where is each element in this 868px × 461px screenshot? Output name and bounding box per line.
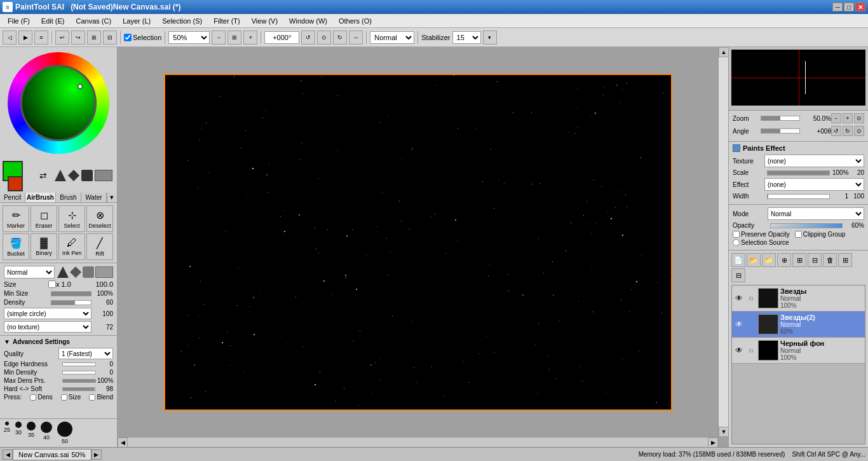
tool-select[interactable]: ⊹ Select bbox=[58, 205, 85, 232]
brush-mode-select[interactable]: Normal bbox=[4, 266, 55, 279]
menu-layer[interactable]: Layer (L) bbox=[118, 16, 156, 26]
width-bar[interactable] bbox=[767, 194, 830, 199]
selection-source-radio[interactable] bbox=[733, 239, 740, 246]
zoom-in[interactable]: + bbox=[243, 31, 257, 45]
tb-nav-2[interactable]: ▶ bbox=[18, 31, 32, 45]
min-size-bar[interactable] bbox=[51, 291, 92, 296]
scroll-left-button[interactable]: ◀ bbox=[118, 437, 128, 448]
title-bar-controls[interactable]: ─ □ ✕ bbox=[832, 3, 865, 11]
layer-1-lock[interactable]: □ bbox=[746, 293, 756, 303]
color-gradient[interactable] bbox=[20, 65, 97, 141]
canvas-scroll-vertical[interactable]: ▲ ▼ bbox=[718, 47, 728, 437]
new-layer-from-file[interactable]: 📂 bbox=[747, 253, 761, 267]
layer-3-eye[interactable]: 👁 bbox=[734, 345, 744, 355]
canvas-thumbnail[interactable] bbox=[731, 50, 865, 106]
max-dens-bar[interactable] bbox=[62, 379, 96, 383]
menu-canvas[interactable]: Canvas (C) bbox=[71, 16, 117, 26]
zoom-increase[interactable]: + bbox=[843, 113, 853, 123]
canvas-area[interactable]: ▲ ▼ ◀ ▶ bbox=[118, 47, 728, 447]
scroll-right-button[interactable]: ▶ bbox=[708, 437, 718, 448]
size-checkbox[interactable] bbox=[61, 394, 67, 401]
layer-extra-2[interactable]: ⊟ bbox=[731, 268, 745, 282]
density-bar[interactable] bbox=[51, 300, 92, 305]
zoom-select[interactable]: 50% bbox=[168, 31, 210, 44]
zoom-slider[interactable] bbox=[761, 116, 800, 121]
drawing-canvas[interactable] bbox=[164, 74, 672, 411]
layer-item-2[interactable]: 👁 ✏ Звезды(2) Normal 60% bbox=[732, 312, 865, 338]
delete-layer-button[interactable]: 🗑 bbox=[823, 253, 837, 267]
rot-reset[interactable]: ⊙ bbox=[317, 31, 331, 45]
menu-file[interactable]: File (F) bbox=[3, 16, 35, 26]
background-color[interactable] bbox=[8, 176, 23, 191]
brush-size-40[interactable]: 40 bbox=[41, 422, 52, 444]
layer-2-eye[interactable]: 👁 bbox=[734, 319, 744, 329]
layer-item-1[interactable]: 👁 □ Звезды Normal 100% bbox=[732, 286, 865, 312]
merge-visible-button[interactable]: ⊟ bbox=[808, 253, 822, 267]
effect-select[interactable]: (none) bbox=[764, 178, 864, 191]
blend-checkbox[interactable] bbox=[89, 394, 95, 401]
rot-ccw[interactable]: ↺ bbox=[301, 31, 315, 45]
menu-window[interactable]: Window (W) bbox=[284, 16, 332, 26]
merge-down-button[interactable]: ⊞ bbox=[792, 253, 806, 267]
zoom-decrease[interactable]: − bbox=[831, 113, 841, 123]
rot-cw[interactable]: ↻ bbox=[333, 31, 347, 45]
swap-colors-button[interactable]: ⇄ bbox=[39, 170, 47, 181]
canvas-scroll-horizontal[interactable]: ◀ ▶ bbox=[118, 437, 718, 447]
texture-select-right[interactable]: (none) bbox=[764, 155, 864, 167]
tb-action1[interactable]: ⊞ bbox=[87, 31, 101, 45]
menu-others[interactable]: Others (O) bbox=[334, 16, 377, 26]
tab-prev[interactable]: ◀ bbox=[3, 450, 13, 460]
close-button[interactable]: ✕ bbox=[855, 3, 865, 11]
menu-filter[interactable]: Filter (T) bbox=[208, 16, 245, 26]
brush-size-50[interactable]: 50 bbox=[57, 422, 72, 444]
tool-marker[interactable]: ✏ Marker bbox=[3, 205, 29, 232]
flip-h[interactable]: ↔ bbox=[349, 31, 363, 45]
angle-slider[interactable] bbox=[761, 128, 800, 134]
tab-next[interactable]: ▶ bbox=[92, 450, 102, 460]
layer-item-3[interactable]: 👁 □ Черный фон Normal 100% bbox=[732, 338, 865, 364]
minimize-button[interactable]: ─ bbox=[832, 3, 843, 11]
tb-redo[interactable]: ↪ bbox=[71, 31, 85, 45]
menu-selection[interactable]: Selection (S) bbox=[157, 16, 207, 26]
brush-tab-pencil[interactable]: Pencil bbox=[0, 193, 25, 202]
tool-deselect[interactable]: ⊗ Deselect bbox=[86, 205, 113, 232]
selection-checkbox[interactable]: Selection bbox=[124, 34, 161, 41]
edge-hardness-bar[interactable] bbox=[62, 362, 96, 366]
mode-select[interactable]: Normal bbox=[768, 207, 864, 220]
brush-shape-2[interactable] bbox=[68, 170, 79, 181]
color-picker-extra[interactable] bbox=[95, 170, 112, 181]
preserve-opacity-checkbox[interactable] bbox=[733, 231, 740, 238]
zoom-fit[interactable]: ⊞ bbox=[227, 31, 241, 45]
dens-checkbox[interactable] bbox=[30, 394, 36, 401]
opacity-bar[interactable] bbox=[770, 223, 843, 228]
angle-decrease[interactable]: ↺ bbox=[831, 126, 841, 136]
brush-size-25[interactable]: 25 bbox=[4, 422, 10, 444]
scroll-up-button[interactable]: ▲ bbox=[719, 47, 728, 57]
zoom-reset[interactable]: ⊙ bbox=[854, 113, 864, 123]
canvas-tab-1[interactable]: New Canvas.sai 50% bbox=[13, 449, 92, 460]
shape-btn-3[interactable] bbox=[83, 266, 94, 278]
layer-extra-1[interactable]: ⊞ bbox=[838, 253, 852, 267]
clipping-group-checkbox[interactable] bbox=[795, 231, 802, 238]
brush-shape-1[interactable] bbox=[55, 170, 66, 181]
stabilizer-dropdown[interactable]: ▾ bbox=[483, 31, 497, 45]
tool-rift[interactable]: ╱ Rift bbox=[86, 233, 113, 260]
tb-undo[interactable]: ↩ bbox=[55, 31, 69, 45]
brush-tab-brush[interactable]: Brush bbox=[56, 193, 81, 202]
tb-action2[interactable]: ⊟ bbox=[103, 31, 117, 45]
layer-2-extra[interactable]: ✏ bbox=[746, 319, 756, 329]
texture-select[interactable]: (no texture) bbox=[4, 321, 92, 333]
tb-nav-3[interactable]: ≡ bbox=[34, 31, 48, 45]
blend-mode-select[interactable]: Normal bbox=[370, 31, 414, 44]
brush-tab-scroll[interactable]: ▾ bbox=[107, 193, 117, 202]
shape-btn-2[interactable] bbox=[70, 266, 81, 278]
tool-eraser[interactable]: ◻ Eraser bbox=[31, 205, 57, 232]
zoom-out[interactable]: − bbox=[212, 31, 226, 45]
brush-tab-airbrush[interactable]: AirBrush bbox=[25, 193, 56, 202]
shape-btn-1[interactable] bbox=[57, 266, 69, 278]
tb-nav-1[interactable]: ◁ bbox=[3, 31, 17, 45]
quality-select[interactable]: 1 (Fastest) bbox=[58, 348, 113, 359]
scale-bar[interactable] bbox=[767, 170, 830, 175]
brush-size-35[interactable]: 35 bbox=[27, 422, 36, 444]
tool-binary[interactable]: ▓ Binary bbox=[31, 233, 57, 260]
